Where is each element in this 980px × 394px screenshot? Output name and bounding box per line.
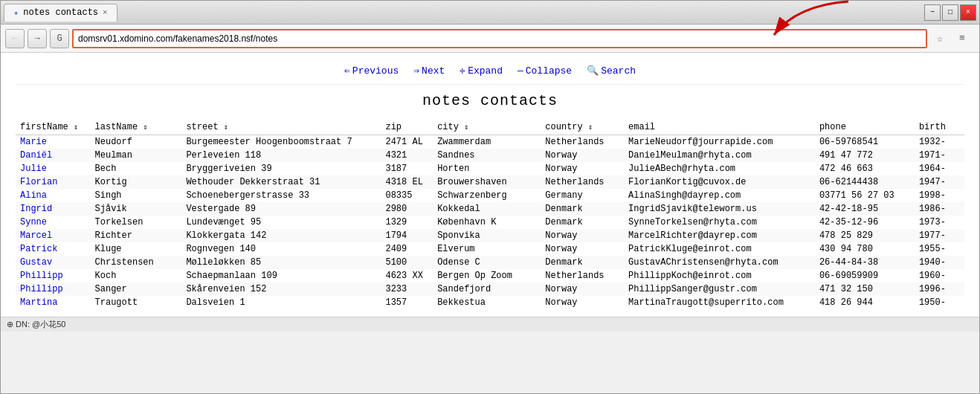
cell-lastname: Sjåvik (91, 202, 182, 216)
cell-birth: 1977- (915, 229, 964, 242)
cell-street: Mølleløkken 85 (181, 256, 381, 269)
col-header-email: email (624, 120, 815, 135)
firstname-link[interactable]: Florian (20, 177, 57, 187)
cell-phone: 26-44-84-38 (815, 256, 915, 269)
cell-zip: 2409 (381, 242, 433, 256)
cell-email: SynneTorkelsen@rhyta.com (624, 216, 815, 229)
collapse-icon: — (518, 65, 523, 77)
firstname-link[interactable]: Ingrid (20, 204, 52, 214)
page-title: notes contacts (16, 92, 964, 109)
firstname-link[interactable]: Marie (20, 137, 47, 147)
table-row: PhillippSangerSkårenveien 1523233Sandefj… (16, 282, 964, 296)
menu-icon[interactable]: ≡ (952, 29, 972, 48)
cell-firstname: Ingrid (16, 202, 91, 216)
col-header-phone: phone (815, 120, 915, 135)
title-bar: ✦ notes contacts × − □ × (1, 1, 979, 25)
cell-phone: 430 94 780 (815, 242, 915, 256)
cell-zip: 3233 (381, 282, 433, 296)
cell-birth: 1955- (915, 242, 964, 256)
cell-zip: 4623 XX (381, 269, 433, 282)
cell-email: AlinaSingh@dayrep.com (624, 189, 815, 202)
cell-country: Norway (541, 242, 624, 256)
browser-tab[interactable]: ✦ notes contacts × (4, 4, 117, 22)
search-label: Search (601, 65, 636, 77)
table-row: DaniëlMeulmanPerleveien 1184321SandnesNo… (16, 149, 964, 162)
collapse-label: Collapse (526, 65, 572, 77)
firstname-link[interactable]: Synne (20, 217, 47, 227)
cell-phone: 06-59768541 (815, 135, 915, 149)
cell-birth: 1947- (915, 175, 964, 189)
cell-birth: 1973- (915, 216, 964, 229)
firstname-link[interactable]: Marcel (20, 230, 52, 241)
firstname-link[interactable]: Gustav (20, 257, 52, 268)
minimize-button[interactable]: − (924, 4, 941, 21)
cell-city: Odense C (433, 256, 541, 269)
sort-icon-lastname: ⇕ (143, 123, 147, 132)
expand-link[interactable]: ✛ Expand (460, 65, 503, 77)
collapse-link[interactable]: — Collapse (518, 65, 572, 77)
cell-firstname: Martina (16, 296, 91, 309)
cell-country: Denmark (541, 202, 624, 216)
cell-email: JulieABech@rhyta.com (624, 162, 815, 175)
search-link[interactable]: 🔍 Search (587, 65, 636, 77)
cell-email: MarcelRichter@dayrep.com (624, 229, 815, 242)
previous-arrow-icon: ⇐ (344, 65, 350, 77)
firstname-link[interactable]: Alina (20, 190, 47, 201)
address-bar[interactable] (72, 29, 927, 48)
cell-country: Norway (541, 296, 624, 309)
close-button[interactable]: × (960, 4, 976, 21)
col-header-city[interactable]: city ⇕ (433, 120, 541, 135)
table-row: MartinaTraugottDalsveien 11357BekkestuaN… (16, 296, 964, 309)
restore-button[interactable]: □ (942, 4, 958, 21)
sort-icon-city: ⇕ (464, 123, 468, 132)
previous-link[interactable]: ⇐ Previous (344, 65, 399, 77)
window-controls: − □ × (924, 4, 976, 21)
refresh-button[interactable]: G (50, 29, 69, 48)
cell-zip: 2980 (381, 202, 433, 216)
cell-birth: 1986- (915, 202, 964, 216)
table-row: GustavChristensenMølleløkken 855100Odens… (16, 256, 964, 269)
next-arrow-icon: ⇒ (413, 65, 419, 77)
cell-lastname: Kluge (91, 242, 182, 256)
cell-street: Wethouder Dekkerstraat 31 (181, 175, 381, 189)
firstname-link[interactable]: Patrick (20, 244, 57, 254)
cell-country: Denmark (541, 216, 624, 229)
table-row: SynneTorkelsenLundevænget 951329Københav… (16, 216, 964, 229)
firstname-link[interactable]: Julie (20, 164, 47, 174)
bookmark-icon[interactable]: ☆ (930, 29, 950, 48)
cell-country: Netherlands (541, 269, 624, 282)
tab-title: notes contacts (23, 7, 98, 18)
cell-city: Sandefjord (433, 282, 541, 296)
nav-bar: ← → G ☆ ≡ (1, 25, 979, 53)
cell-lastname: Bech (91, 162, 182, 175)
cell-birth: 1996- (915, 282, 964, 296)
cell-lastname: Richter (91, 229, 182, 242)
col-header-street[interactable]: street ⇕ (181, 120, 381, 135)
cell-firstname: Marcel (16, 229, 91, 242)
table-row: MarcelRichterKlokkergata 1421794Sponvika… (16, 229, 964, 242)
cell-birth: 1960- (915, 269, 964, 282)
table-row: AlinaSinghSchoenebergerstrasse 3308335Sc… (16, 189, 964, 202)
forward-button[interactable]: → (28, 29, 47, 48)
table-row: PhillippKochSchaepmanlaan 1094623 XXBerg… (16, 269, 964, 282)
cell-firstname: Gustav (16, 256, 91, 269)
col-header-country[interactable]: country ⇕ (541, 120, 624, 135)
cell-city: Bergen Op Zoom (433, 269, 541, 282)
next-link[interactable]: ⇒ Next (413, 65, 445, 77)
col-header-firstname[interactable]: firstName ⇕ (16, 120, 91, 135)
cell-phone: 471 32 150 (815, 282, 915, 296)
firstname-link[interactable]: Phillipp (20, 284, 63, 294)
cell-lastname: Koch (91, 269, 182, 282)
expand-label: Expand (468, 65, 503, 77)
firstname-link[interactable]: Phillipp (20, 271, 63, 281)
cell-street: Schoenebergerstrasse 33 (181, 189, 381, 202)
col-header-lastname[interactable]: lastName ⇕ (91, 120, 182, 135)
back-button[interactable]: ← (5, 29, 25, 48)
cell-street: Klokkergata 142 (181, 229, 381, 242)
firstname-link[interactable]: Martina (20, 297, 57, 308)
firstname-link[interactable]: Daniël (20, 150, 52, 161)
tab-close-button[interactable]: × (103, 8, 108, 17)
col-header-birth: birth (915, 120, 964, 135)
table-row: PatrickKlugeRognvegen 1402409ElverumNorw… (16, 242, 964, 256)
cell-birth: 1998- (915, 189, 964, 202)
